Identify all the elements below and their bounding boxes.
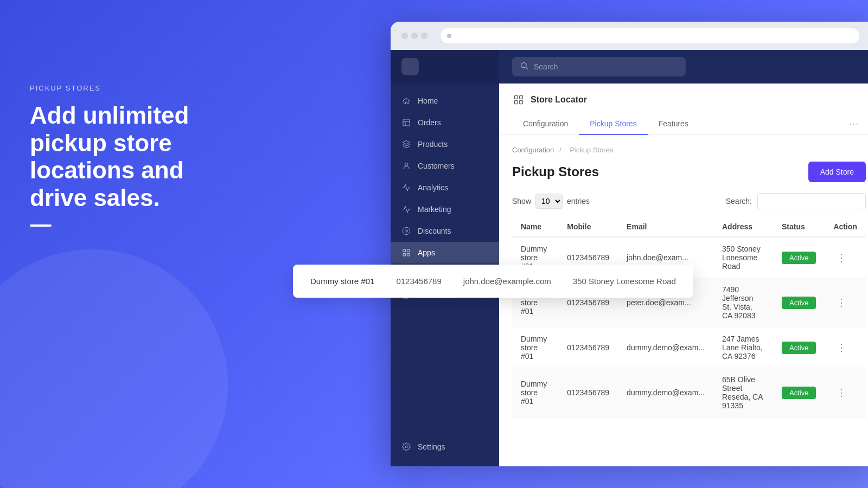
table-controls: Show 10 25 50 entries Search:	[512, 193, 866, 209]
browser-dot-1	[401, 33, 408, 39]
entries-select[interactable]: 10 25 50	[535, 194, 563, 209]
data-table: Name Mobile Email Address Status Action …	[512, 217, 866, 418]
svg-rect-0	[403, 119, 410, 126]
page-title-row: Pickup Stores Add Store	[512, 162, 866, 182]
action-button[interactable]: ⋮	[833, 386, 850, 400]
marketing-area: PICKUP STORES Add unlimited pickup store…	[30, 84, 236, 227]
cell-address: 7490 Jefferson St. Vista, CA 92083	[713, 278, 773, 328]
tab-features[interactable]: Features	[648, 114, 699, 135]
analytics-icon	[401, 183, 411, 192]
settings-label: Settings	[418, 442, 445, 451]
page-title: Pickup Stores	[512, 164, 599, 179]
col-email: Email	[618, 217, 713, 237]
add-store-button[interactable]: Add Store	[808, 162, 866, 182]
tab-more-button[interactable]: ···	[843, 114, 866, 134]
sidebar-orders-label: Orders	[418, 118, 441, 127]
cell-mobile: 0123456789	[558, 328, 618, 368]
cell-action: ⋮	[825, 328, 866, 368]
sidebar-item-settings[interactable]: Settings	[391, 436, 499, 458]
sidebar-discounts-label: Discounts	[418, 227, 451, 235]
marketing-icon	[401, 204, 411, 214]
cell-address: 65B Olive Street Reseda, CA 91335	[713, 368, 773, 418]
cell-email: dummy.demo@exam...	[618, 368, 713, 418]
orders-icon	[401, 118, 411, 127]
cell-status: Active	[773, 278, 825, 328]
sidebar-item-analytics[interactable]: Analytics	[391, 177, 499, 198]
sidebar: Home Orders	[391, 50, 499, 466]
sidebar-home-label: Home	[418, 97, 438, 105]
action-button[interactable]: ⋮	[833, 341, 850, 355]
svg-point-9	[405, 446, 407, 448]
sidebar-analytics-label: Analytics	[418, 183, 448, 192]
panel-title: Store Locator	[531, 95, 587, 105]
apps-icon	[401, 248, 411, 258]
main-content: Store Locator Configuration Pickup Store…	[499, 50, 868, 466]
cell-name: Dummy store #01	[512, 368, 558, 418]
sidebar-item-orders[interactable]: Orders	[391, 112, 499, 133]
action-button[interactable]: ⋮	[833, 296, 850, 310]
table-search-input[interactable]	[757, 193, 866, 209]
svg-rect-13	[520, 96, 523, 99]
entries-label: entries	[567, 197, 590, 206]
table-header: Name Mobile Email Address Status Action	[512, 217, 866, 237]
cell-address: 350 Stoney Lonesome Road	[713, 237, 773, 278]
svg-rect-5	[407, 249, 410, 252]
sidebar-item-customers[interactable]: Customers	[391, 155, 499, 177]
sidebar-nav: Home Orders	[391, 84, 499, 427]
breadcrumb-current: Pickup Stores	[570, 146, 613, 154]
home-icon	[401, 96, 411, 106]
panel-title-row: Store Locator	[512, 93, 866, 106]
svg-rect-4	[403, 249, 406, 252]
table-search-label: Search:	[726, 197, 752, 206]
app-layout: Home Orders	[391, 50, 868, 466]
search-input[interactable]	[534, 62, 678, 71]
sidebar-item-products[interactable]: Products	[391, 133, 499, 155]
panel-tabs: Configuration Pickup Stores Features ···	[512, 114, 866, 134]
sidebar-logo-icon	[401, 58, 419, 75]
col-mobile: Mobile	[558, 217, 618, 237]
marketing-label: PICKUP STORES	[30, 84, 236, 92]
browser-url-bar	[441, 28, 859, 43]
browser-window: Home Orders	[391, 22, 868, 466]
status-badge: Active	[782, 342, 816, 354]
svg-rect-15	[520, 101, 523, 104]
browser-dots	[401, 33, 427, 39]
tooltip-email: john.doe@example.com	[463, 277, 551, 286]
search-box[interactable]	[512, 57, 686, 76]
tooltip-name: Dummy store #01	[310, 277, 374, 286]
svg-line-11	[526, 67, 527, 69]
settings-icon	[401, 442, 411, 452]
table-row: Dummy store #01 0123456789 dummy.demo@ex…	[512, 328, 866, 368]
sidebar-item-apps[interactable]: Apps	[391, 242, 499, 264]
panel-header: Store Locator Configuration Pickup Store…	[499, 84, 868, 135]
browser-url-dot	[447, 34, 451, 38]
show-label: Show	[512, 197, 531, 206]
svg-rect-14	[515, 101, 518, 104]
breadcrumb-parent[interactable]: Configuration	[512, 146, 554, 154]
cell-name: Dummy store #01	[512, 328, 558, 368]
svg-point-10	[521, 63, 526, 68]
customers-icon	[401, 161, 411, 171]
svg-rect-7	[407, 253, 410, 256]
svg-marker-1	[403, 140, 410, 144]
tooltip-phone: 0123456789	[396, 277, 441, 286]
cell-status: Active	[773, 328, 825, 368]
status-badge: Active	[782, 387, 816, 399]
top-bar	[499, 50, 868, 84]
tab-configuration[interactable]: Configuration	[512, 114, 579, 135]
cell-address: 247 James Lane Rialto, CA 92376	[713, 328, 773, 368]
cell-action: ⋮	[825, 368, 866, 418]
cell-action: ⋮	[825, 278, 866, 328]
action-button[interactable]: ⋮	[833, 251, 850, 265]
col-address: Address	[713, 217, 773, 237]
status-badge: Active	[782, 252, 816, 264]
svg-point-2	[405, 163, 407, 166]
browser-dot-2	[411, 33, 418, 39]
tab-pickup-stores[interactable]: Pickup Stores	[579, 114, 647, 135]
tooltip-row: Dummy store #01 0123456789 john.doe@exam…	[293, 265, 693, 298]
cell-email: dummy.demo@exam...	[618, 328, 713, 368]
sidebar-item-home[interactable]: Home	[391, 90, 499, 112]
breadcrumb-separator: /	[559, 146, 561, 154]
sidebar-item-marketing[interactable]: Marketing	[391, 198, 499, 220]
sidebar-item-discounts[interactable]: Discounts	[391, 220, 499, 242]
